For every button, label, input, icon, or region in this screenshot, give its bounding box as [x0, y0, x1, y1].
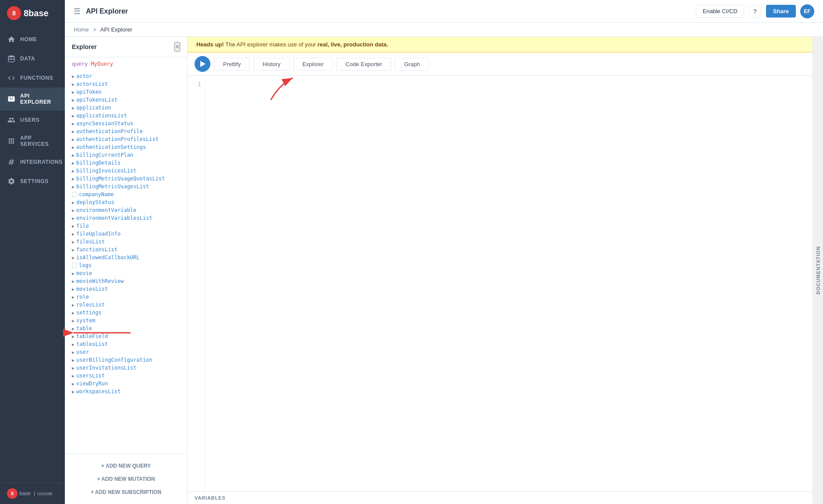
explorer-arrow-icon: ▶ — [72, 184, 74, 189]
help-button[interactable]: ? — [749, 5, 762, 18]
explorer-item-label: file — [76, 223, 89, 229]
explorer-footer: + ADD NEW QUERY + ADD NEW MUTATION + ADD… — [65, 454, 187, 504]
tab-code-exporter[interactable]: Code Exporter — [336, 58, 391, 70]
explorer-list-item[interactable]: ▶filesList — [65, 238, 187, 246]
explorer-item-label: billingDetails — [76, 160, 121, 166]
explorer-list-item[interactable]: ▶billingDetails — [65, 159, 187, 167]
page-title: API Explorer — [86, 7, 128, 15]
explorer-arrow-icon: ▶ — [72, 334, 74, 339]
explorer-list-item[interactable]: ▶moviesList — [65, 285, 187, 293]
explorer-arrow-icon: ▶ — [72, 113, 74, 118]
enable-cicd-button[interactable]: Enable CI/CD — [696, 5, 744, 18]
line-numbers: 1 — [188, 76, 205, 491]
explorer-arrow-icon: ▶ — [72, 153, 74, 158]
explorer-list-item[interactable]: ▶user — [65, 348, 187, 356]
sidebar-item-data[interactable]: DATA — [0, 49, 65, 68]
sidebar-label-home: HOME — [20, 36, 37, 42]
explorer-list-item[interactable]: ▶fileUploadInfo — [65, 230, 187, 238]
add-new-query-button[interactable]: + ADD NEW QUERY — [65, 459, 187, 472]
explorer-list-item[interactable]: ▶system — [65, 317, 187, 324]
explorer-list-item[interactable]: ▶viewDryRun — [65, 380, 187, 388]
explorer-item-label: usersList — [76, 373, 105, 379]
share-button[interactable]: Share — [766, 5, 796, 18]
explorer-arrow-icon: ▶ — [72, 350, 74, 355]
tab-explorer[interactable]: Explorer — [293, 58, 333, 70]
explorer-panel: Explorer × query MyQuery ▶actor▶actorsLi… — [65, 37, 188, 504]
explorer-list-item[interactable]: ▶settings — [65, 309, 187, 317]
explorer-item-label: authenticationSettings — [76, 144, 146, 150]
sidebar-item-settings[interactable]: SETTINGS — [0, 172, 65, 191]
code-content[interactable] — [205, 76, 812, 491]
explorer-item-label: moviesList — [76, 286, 108, 292]
explorer-arrow-icon: ▶ — [72, 90, 74, 95]
toolbar: Prettify History Explorer Code Exporter … — [188, 53, 812, 76]
explorer-list-item[interactable]: ▶tableField — [65, 332, 187, 340]
bottom-logo-text: base — [19, 490, 31, 497]
explorer-item-label: rolesList — [76, 302, 105, 308]
explorer-list-item[interactable]: ▶actorsList — [65, 80, 187, 88]
sidebar-item-home[interactable]: HOME — [0, 30, 65, 49]
explorer-list-item[interactable]: ▶application — [65, 104, 187, 112]
explorer-list-item[interactable]: ▶deployStatus — [65, 198, 187, 206]
explorer-list-item[interactable]: ▶isAllowedCallbackURL — [65, 254, 187, 261]
sidebar-item-integrations[interactable]: INTEGRATIONS — [0, 152, 65, 172]
tab-history[interactable]: History — [253, 58, 289, 70]
explorer-arrow-icon: ▶ — [72, 271, 74, 276]
explorer-list-item[interactable]: ▶movieWithReview — [65, 277, 187, 285]
sidebar-item-users[interactable]: USERS — [0, 110, 65, 130]
explorer-list-item[interactable]: ▶workspacesList — [65, 388, 187, 395]
menu-icon[interactable]: ☰ — [74, 7, 81, 16]
sidebar-item-api-explorer[interactable]: API EXPLORER — [0, 88, 65, 110]
code-editor[interactable]: 1 — [188, 76, 812, 491]
explorer-list-item[interactable]: ▶asyncSessionStatus — [65, 120, 187, 127]
explorer-list-item[interactable]: ▶userInvitationsList — [65, 364, 187, 372]
alert-banner: Heads up! The API explorer makes use of … — [188, 37, 812, 53]
explorer-list-item[interactable]: ▶userBillingConfiguration — [65, 356, 187, 364]
explorer-list-item[interactable]: ▶authenticationSettings — [65, 143, 187, 151]
explorer-list-item[interactable]: ▶table — [65, 324, 187, 332]
explorer-list-item[interactable]: ▶actor — [65, 72, 187, 80]
add-new-mutation-button[interactable]: + ADD NEW MUTATION — [65, 472, 187, 486]
breadcrumb-home[interactable]: Home — [74, 26, 89, 33]
explorer-item-label: applicationsList — [76, 113, 127, 119]
explorer-list-item[interactable]: ▶billingMetricUsageQuotasList — [65, 175, 187, 183]
explorer-list-item[interactable]: ▶apiToken — [65, 88, 187, 96]
explorer-list-item[interactable]: ▶role — [65, 293, 187, 301]
explorer-list-item[interactable]: ▶billingInvoicesList — [65, 167, 187, 175]
explorer-list-item[interactable]: ▶applicationsList — [65, 112, 187, 120]
add-new-subscription-button[interactable]: + ADD NEW SUBSCRIPTION — [65, 486, 187, 499]
explorer-item-label: system — [76, 317, 95, 324]
editor-area: 1 VARIABLES — [188, 76, 812, 504]
run-button[interactable] — [195, 56, 210, 72]
explorer-list-item[interactable]: ▶movie — [65, 269, 187, 277]
sidebar-item-functions[interactable]: FUNCTIONS — [0, 68, 65, 88]
explorer-list-item[interactable]: ▶environmentVariable — [65, 206, 187, 214]
explorer-item-label: companyName — [79, 191, 114, 197]
close-explorer-button[interactable]: × — [174, 42, 180, 52]
documentation-sidebar[interactable]: DOCUMENTATION — [812, 37, 823, 504]
query-keyword: query — [72, 61, 88, 67]
sidebar-item-app-services[interactable]: APP SERVICES — [0, 130, 65, 152]
explorer-list-item[interactable]: companyName — [65, 190, 187, 198]
explorer-list-item[interactable]: ▶authenticationProfilesList — [65, 135, 187, 143]
explorer-item-label: environmentVariablesList — [76, 215, 152, 221]
tab-graph[interactable]: Graph — [395, 58, 429, 70]
explorer-list-item[interactable]: ▶authenticationProfile — [65, 127, 187, 135]
explorer-list-item[interactable]: ▶file — [65, 222, 187, 230]
explorer-checkbox[interactable] — [72, 192, 77, 197]
tab-prettify[interactable]: Prettify — [214, 58, 250, 70]
explorer-arrow-icon: ▶ — [72, 318, 74, 323]
explorer-list-item[interactable]: ▶billingCurrentPlan — [65, 151, 187, 159]
explorer-list-item[interactable]: ▶tablesList — [65, 340, 187, 348]
explorer-list-item[interactable]: ▶usersList — [65, 372, 187, 380]
explorer-list-item[interactable]: ▶billingMetricUsagesList — [65, 183, 187, 190]
explorer-list-item[interactable]: ▶rolesList — [65, 301, 187, 309]
explorer-checkbox[interactable] — [72, 263, 77, 268]
explorer-arrow-icon: ▶ — [72, 366, 74, 370]
explorer-list-item[interactable]: ▶functionsList — [65, 246, 187, 254]
avatar[interactable]: EF — [800, 4, 814, 18]
explorer-list-item[interactable]: ▶apiTokensList — [65, 96, 187, 104]
explorer-list-item[interactable]: ▶environmentVariablesList — [65, 214, 187, 222]
explorer-list-item[interactable]: logs — [65, 261, 187, 269]
variables-bar[interactable]: VARIABLES — [188, 491, 812, 504]
